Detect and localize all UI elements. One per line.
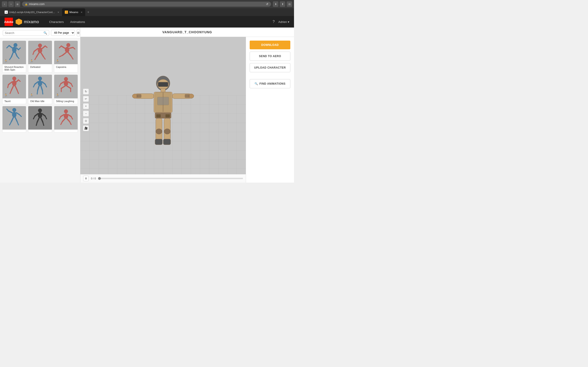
figure-svg-8 [28, 106, 52, 130]
svg-line-76 [37, 118, 39, 122]
address-bar[interactable]: 🔒 mixamo.com ↺ [22, 2, 271, 7]
preview-main: ↻ ↩ + − ⊙ 🎥 ⏸ 0 / 0 [80, 37, 294, 183]
reload-icon[interactable]: ↺ [266, 2, 268, 6]
rotate-control[interactable]: ↻ [83, 89, 89, 94]
svg-line-13 [33, 51, 34, 54]
run-icon-5: 🏃 [30, 93, 34, 97]
adobe-logo: Adobe [5, 18, 13, 26]
svg-line-82 [61, 115, 64, 117]
undo-control[interactable]: ↩ [83, 96, 89, 102]
animation-card-5[interactable]: 🏃 Old Man Idle [28, 75, 52, 104]
animation-card-8[interactable] [28, 106, 52, 133]
time-display: 0 / 0 [91, 177, 96, 180]
tab-mixamo[interactable]: 🏃 Mixamo ✕ [62, 8, 85, 16]
svg-line-65 [19, 115, 21, 117]
anim-label-4: Taunt [2, 98, 26, 104]
anim-thumb-3: 🏃 [54, 41, 78, 64]
settings-button[interactable]: ⚙ [77, 29, 80, 36]
window-button[interactable]: ⊞ [15, 1, 20, 7]
svg-rect-93 [161, 89, 165, 92]
svg-line-23 [59, 46, 61, 48]
anim-thumb-5: 🏃 [28, 75, 52, 98]
animation-card-4[interactable]: 🏃 Taunt [2, 75, 26, 104]
svg-line-38 [15, 86, 17, 90]
preview-title: VANGUARD_T_CHOONYUNG [162, 30, 212, 34]
animation-card-3[interactable]: 🏃 Capoeira [54, 41, 78, 73]
adobe-text: Adobe [4, 20, 13, 24]
run-icon-1: 🏃 [4, 59, 8, 63]
tab-github-close[interactable]: ✕ [57, 11, 59, 14]
search-input[interactable] [5, 31, 43, 35]
animation-card-2[interactable]: 🏃 Defeated [28, 41, 52, 73]
zoom-in-control[interactable]: + [83, 103, 89, 109]
share-button[interactable]: ⬆ [280, 1, 285, 7]
svg-line-24 [69, 48, 73, 48]
progress-track[interactable] [98, 178, 243, 179]
preview-viewport[interactable]: ↻ ↩ + − ⊙ 🎥 ⏸ 0 / 0 [80, 37, 246, 183]
animation-card-6[interactable]: 🏃 Sitting Laughing [54, 75, 78, 104]
animations-toolbar: 🔍 48 Per page ⚙ [0, 27, 80, 38]
url-display: mixamo.com [29, 2, 44, 6]
mixamo-header: Adobe mixamo Characters Animations ? Adr… [0, 16, 294, 27]
help-icon[interactable]: ? [273, 20, 275, 24]
svg-point-11 [38, 48, 42, 53]
find-animations-button[interactable]: 🔍 FIND ANIMATIONS [250, 79, 290, 88]
svg-point-41 [38, 81, 42, 86]
svg-line-28 [68, 52, 71, 56]
svg-line-74 [42, 114, 45, 116]
svg-point-10 [38, 44, 42, 47]
tabs-bar: ⊙ Unity1-script-/Unity101_CharacterContr… [0, 8, 294, 16]
user-name[interactable]: Adrien ▾ [278, 20, 289, 24]
back-button[interactable]: ‹ [2, 1, 7, 7]
svg-line-16 [36, 53, 39, 57]
reset-control[interactable]: ⊙ [83, 118, 89, 124]
animation-card-7[interactable] [2, 106, 26, 133]
svg-line-45 [45, 84, 47, 87]
pause-button[interactable]: ⏸ [83, 176, 89, 181]
svg-line-7 [10, 57, 11, 60]
svg-line-54 [68, 82, 71, 84]
nav-animations[interactable]: Animations [68, 18, 88, 25]
tab-mixamo-close[interactable]: ✕ [81, 11, 82, 14]
svg-line-27 [59, 55, 62, 57]
svg-point-51 [64, 81, 68, 86]
send-to-aero-button[interactable]: SEND TO AERO [250, 52, 290, 61]
progress-thumb[interactable] [98, 177, 101, 180]
anim-label-5: Old Man Idle [28, 98, 52, 104]
anim-label-9 [54, 130, 78, 132]
animations-panel: 🔍 48 Per page ⚙ [0, 27, 80, 183]
run-icon-3: 🏃 [56, 59, 60, 63]
svg-line-86 [62, 119, 65, 121]
search-box[interactable]: 🔍 [3, 30, 49, 36]
upload-character-button[interactable]: UPLOAD CHARACTER [250, 63, 290, 72]
camera-control[interactable]: 🎥 [83, 125, 89, 131]
download-button[interactable]: ⬇ [273, 1, 278, 7]
svg-line-64 [16, 113, 19, 115]
svg-point-31 [12, 81, 16, 86]
download-button[interactable]: DOWNLOAD [250, 41, 290, 49]
search-icon: 🔍 [43, 31, 47, 35]
main-content: 🔍 48 Per page ⚙ [0, 27, 294, 183]
figure-svg-9 [54, 106, 78, 130]
per-page-select[interactable]: 48 Per page [51, 30, 75, 36]
anim-label-2: Defeated [28, 64, 52, 70]
svg-line-35 [19, 80, 20, 81]
mixamo-icon [16, 19, 22, 25]
svg-line-9 [17, 56, 19, 58]
svg-line-43 [34, 84, 35, 87]
svg-line-36 [11, 86, 13, 90]
svg-rect-108 [163, 139, 171, 145]
svg-line-17 [35, 57, 36, 60]
svg-line-6 [11, 52, 13, 57]
preview-header: VANGUARD_T_CHOONYUNG [80, 27, 294, 37]
new-tab-button[interactable]: + [85, 8, 92, 16]
nav-characters[interactable]: Characters [46, 18, 67, 25]
svg-line-83 [59, 117, 61, 119]
tab-github[interactable]: ⊙ Unity1-script-/Unity101_CharacterContr… [2, 8, 62, 16]
forward-button[interactable]: › [8, 1, 14, 7]
zoom-out-control[interactable]: − [83, 111, 89, 116]
animation-card-1[interactable]: 🏃 Shoved Reaction With Spin [2, 41, 26, 73]
animation-card-9[interactable] [54, 106, 78, 133]
tabs-button[interactable]: ⊟ [287, 1, 292, 7]
svg-point-0 [14, 43, 17, 47]
